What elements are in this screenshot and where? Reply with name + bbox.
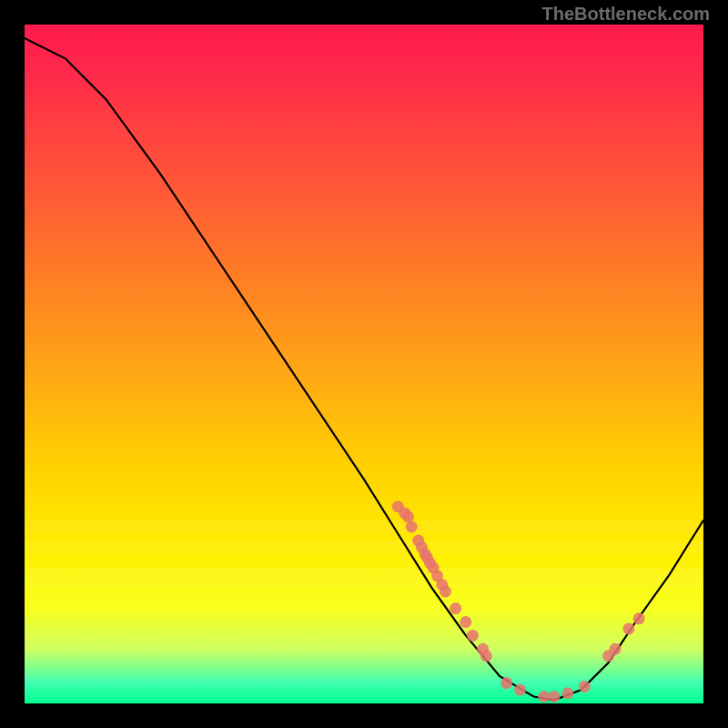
chart-svg	[25, 25, 703, 703]
scatter-point	[402, 511, 414, 522]
scatter-point	[450, 602, 461, 614]
scatter-point	[460, 616, 471, 628]
scatter-point	[538, 691, 550, 703]
scatter-points	[392, 500, 645, 703]
scatter-point	[610, 643, 622, 655]
scatter-point	[467, 630, 479, 642]
scatter-point	[406, 521, 418, 533]
scatter-point	[548, 691, 560, 703]
scatter-point	[561, 687, 573, 699]
scatter-point	[622, 622, 634, 634]
scatter-point	[514, 684, 526, 696]
bottleneck-curve	[25, 38, 703, 700]
scatter-point	[500, 677, 512, 689]
scatter-point	[633, 612, 645, 624]
plot-area	[25, 25, 703, 703]
scatter-point	[480, 650, 492, 662]
scatter-point	[440, 585, 451, 597]
attribution-text: TheBottleneck.com	[542, 4, 710, 25]
scatter-point	[579, 681, 591, 693]
